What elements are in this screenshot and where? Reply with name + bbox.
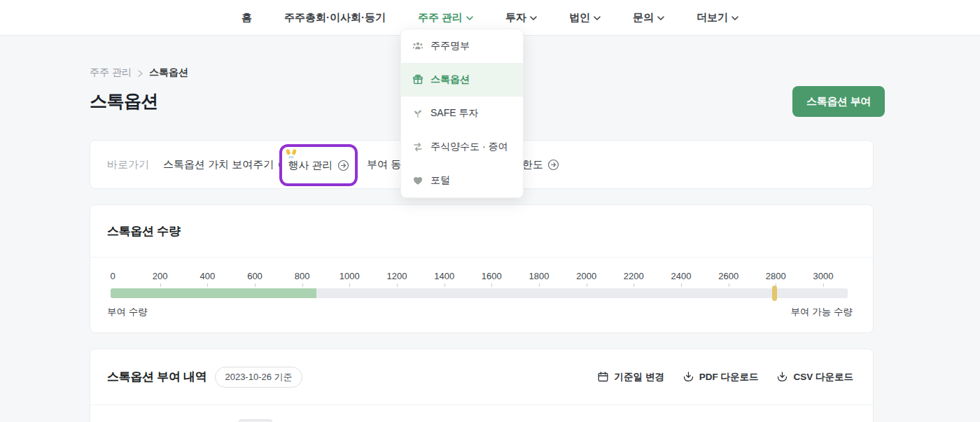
axis-tick-label: 1000 bbox=[340, 271, 360, 281]
action-label: CSV 다운로드 bbox=[793, 371, 853, 384]
axis-tick-label: 0 bbox=[110, 271, 115, 281]
axis-tick-label: 2800 bbox=[766, 271, 786, 281]
shortcut-exercise-management-highlighted[interactable]: 행사 관리 bbox=[279, 144, 358, 186]
axis-tick-mark bbox=[634, 283, 634, 287]
axis-tick-label: 2600 bbox=[718, 271, 738, 281]
axis-tick-label: 600 bbox=[247, 271, 262, 281]
raising-hands-emoji bbox=[285, 148, 298, 160]
axis-tick-mark bbox=[444, 283, 445, 287]
nav-item-label: 주주총회·이사회·등기 bbox=[284, 11, 386, 24]
dropdown-item-share-transfer[interactable]: 주식양수도 · 증여 bbox=[401, 130, 523, 164]
transfer-icon bbox=[412, 141, 424, 153]
dropdown-item-portal[interactable]: 포털 bbox=[401, 164, 523, 197]
heart-icon bbox=[412, 175, 424, 186]
pdf-download-button[interactable]: PDF 다운로드 bbox=[682, 371, 759, 384]
arrow-circle-right-icon bbox=[337, 160, 349, 171]
axis-tick-label: 200 bbox=[153, 271, 168, 281]
history-actions: 기준일 변경 PDF 다운로드 CSV 다운로드 bbox=[597, 371, 853, 384]
breadcrumb-parent[interactable]: 주주 관리 bbox=[90, 66, 132, 79]
axis-tick-mark bbox=[207, 283, 208, 287]
nav-item-corporation[interactable]: 법인 bbox=[569, 11, 601, 24]
axis-tick-label: 1200 bbox=[387, 271, 407, 281]
reference-date-badge: 2023-10-26 기준 bbox=[215, 367, 302, 388]
download-icon bbox=[682, 371, 694, 383]
axis-tick-label: 1800 bbox=[529, 271, 550, 281]
axis-tick-label: 800 bbox=[295, 271, 310, 281]
dropdown-item-label: 포털 bbox=[430, 174, 450, 187]
axis-tick-label: 2000 bbox=[576, 271, 596, 281]
divider bbox=[90, 405, 873, 405]
dropdown-item-label: 주주명부 bbox=[430, 40, 470, 52]
axis-tick-mark bbox=[823, 283, 824, 287]
option-quantity-card: 스톡옵션 수량 02004006008001000120014001600180… bbox=[90, 204, 874, 333]
grant-stock-option-button[interactable]: 스톡옵션 부여 bbox=[792, 86, 885, 117]
axis-tick-mark bbox=[776, 283, 776, 287]
axis-tick-mark bbox=[491, 283, 492, 287]
shortcut-label: 한도 bbox=[522, 158, 543, 171]
nav-item-investment[interactable]: 투자 bbox=[505, 11, 537, 24]
nav-item-inquiry[interactable]: 문의 bbox=[633, 11, 664, 24]
axis-tick-mark bbox=[397, 283, 398, 287]
axis-tick-mark bbox=[729, 283, 729, 287]
dropdown-item-shareholder-register[interactable]: 주주명부 bbox=[401, 29, 523, 63]
grant-history-header: 스톡옵션 부여 내역 2023-10-26 기준 기준일 변경 bbox=[90, 349, 873, 405]
arrow-circle-right-icon bbox=[547, 159, 559, 171]
dropdown-item-stock-option[interactable]: 스톡옵션 bbox=[401, 63, 523, 97]
dropdown-item-label: 스톡옵션 bbox=[430, 73, 470, 86]
nav-item-label: 투자 bbox=[505, 11, 526, 24]
granted-quantity-bar bbox=[111, 288, 316, 298]
axis-tick-mark bbox=[160, 283, 161, 287]
axis-tick-label: 1600 bbox=[482, 271, 502, 281]
nav-item-label: 주주 관리 bbox=[418, 11, 463, 24]
action-label: PDF 다운로드 bbox=[699, 371, 759, 384]
calendar-icon bbox=[597, 371, 609, 383]
dropdown-item-safe-investment[interactable]: SAFE 투자 bbox=[401, 97, 523, 130]
grantable-limit-marker bbox=[772, 286, 777, 301]
shortcut-limit-partial[interactable]: 한도 bbox=[522, 141, 559, 188]
dropdown-item-label: 주식양수도 · 증여 bbox=[430, 141, 507, 153]
axis-tick-mark bbox=[681, 283, 682, 287]
shareholder-mgmt-dropdown: 주주명부 스톡옵션 SAFE 투자 bbox=[400, 29, 524, 198]
grant-history-card: 스톡옵션 부여 내역 2023-10-26 기준 기준일 변경 bbox=[90, 349, 874, 422]
breadcrumb-chevron-icon bbox=[138, 70, 143, 77]
shortcut-label: 행사 관리 bbox=[288, 159, 332, 172]
axis-tick-mark bbox=[349, 283, 350, 287]
breadcrumb: 주주 관리 스톡옵션 bbox=[90, 66, 188, 79]
quantity-card-title: 스톡옵션 수량 bbox=[107, 205, 181, 257]
quantity-bar-track bbox=[111, 288, 848, 298]
chevron-down-icon bbox=[657, 16, 664, 20]
breadcrumb-current: 스톡옵션 bbox=[149, 66, 188, 79]
axis-tick-label: 3000 bbox=[813, 271, 834, 281]
nav-item-shareholder-mgmt[interactable]: 주주 관리 bbox=[418, 11, 473, 24]
nav-item-label: 더보기 bbox=[696, 11, 728, 24]
axis-tick-label: 1400 bbox=[434, 271, 454, 281]
dropdown-item-label: SAFE 투자 bbox=[430, 107, 478, 120]
chevron-down-icon bbox=[594, 16, 601, 20]
change-reference-date-button[interactable]: 기준일 변경 bbox=[597, 371, 664, 384]
axis-tick-mark bbox=[587, 283, 587, 287]
nav-item-label: 문의 bbox=[633, 11, 654, 24]
shortcuts-label: 바로가기 bbox=[107, 141, 149, 188]
nav-item-more[interactable]: 더보기 bbox=[696, 11, 738, 24]
chevron-down-icon bbox=[732, 16, 738, 20]
action-label: 기준일 변경 bbox=[614, 371, 664, 384]
available-quantity-label: 부여 가능 수량 bbox=[790, 306, 853, 318]
axis-tick-mark bbox=[255, 283, 255, 287]
axis-tick-mark bbox=[539, 283, 540, 287]
nav-item-label: 홈 bbox=[241, 11, 252, 24]
granted-quantity-label: 부여 수량 bbox=[107, 306, 148, 318]
download-icon bbox=[776, 371, 788, 383]
sprout-icon bbox=[412, 108, 424, 119]
grant-history-title: 스톡옵션 부여 내역 bbox=[107, 369, 206, 385]
axis-tick-label: 2200 bbox=[624, 271, 644, 281]
nav-item-meetings[interactable]: 주주총회·이사회·등기 bbox=[284, 11, 386, 24]
nav-item-home[interactable]: 홈 bbox=[241, 11, 252, 24]
divider bbox=[90, 257, 873, 258]
shortcut-label: 스톡옵션 가치 보여주기 bbox=[163, 158, 274, 171]
csv-download-button[interactable]: CSV 다운로드 bbox=[776, 371, 853, 384]
page-title: 스톡옵션 bbox=[90, 90, 158, 113]
quantity-axis: 0200400600800100012001400160018002000220… bbox=[111, 265, 848, 311]
partial-clipped-element bbox=[239, 419, 272, 422]
chevron-down-icon bbox=[530, 16, 537, 20]
shortcut-option-value-viewer[interactable]: 스톡옵션 가치 보여주기 bbox=[163, 141, 290, 188]
